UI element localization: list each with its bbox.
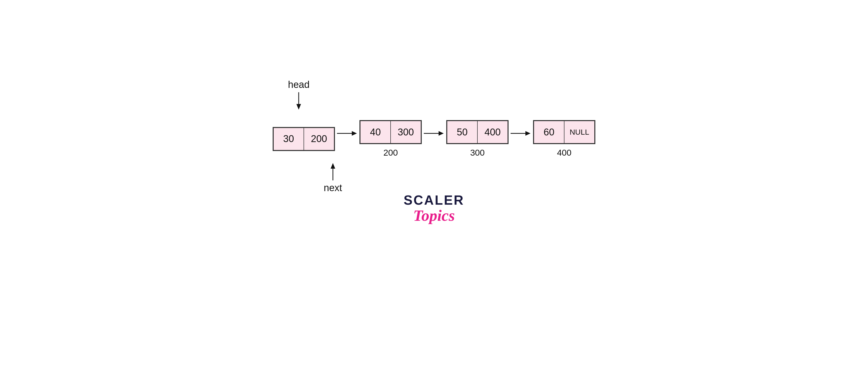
svg-marker-5 [439,131,444,136]
head-label-container: head [288,79,310,110]
node-3-pointer: 400 [477,121,508,144]
node-3: 50 400 300 [446,120,508,158]
svg-marker-7 [525,131,530,136]
node-2-box: 40 300 [360,120,422,144]
head-label: head [288,79,310,90]
arrow-1 [337,130,358,148]
arrow-3 [510,130,531,148]
node-2-pointer: 300 [391,121,421,144]
node-1-box: 30 200 [273,127,335,151]
node-4-pointer: NULL [564,121,595,144]
node-4-data: 60 [533,121,564,144]
node-4: 60 NULL 400 [533,120,595,158]
diagram-area: head 30 200 [273,120,595,158]
svg-marker-3 [352,131,357,136]
head-arrow [295,92,303,110]
branding: SCALER Topics [404,194,464,224]
next-arrow [329,163,337,180]
node-4-box: 60 NULL [533,120,595,144]
node-3-data: 50 [447,121,477,144]
next-label: next [324,182,342,194]
brand-topics: Topics [413,207,455,224]
node-4-address: 400 [557,148,571,158]
canvas: head 30 200 [0,0,868,370]
node-2-data: 40 [360,121,391,144]
node-3-address: 300 [470,148,485,158]
node-1: 30 200 [273,127,335,151]
node-2-address: 200 [383,148,398,158]
node-1-data: 30 [273,127,304,150]
svg-marker-1 [297,104,301,110]
arrow-2 [424,130,444,148]
brand-scaler: SCALER [404,194,464,207]
svg-marker-8 [331,163,335,169]
node-2: 40 300 200 [360,120,422,158]
next-label-container: next [324,163,342,194]
node-1-pointer: 200 [304,127,335,150]
linked-list-row: 30 200 40 300 200 [273,120,595,158]
node-3-box: 50 400 [446,120,508,144]
